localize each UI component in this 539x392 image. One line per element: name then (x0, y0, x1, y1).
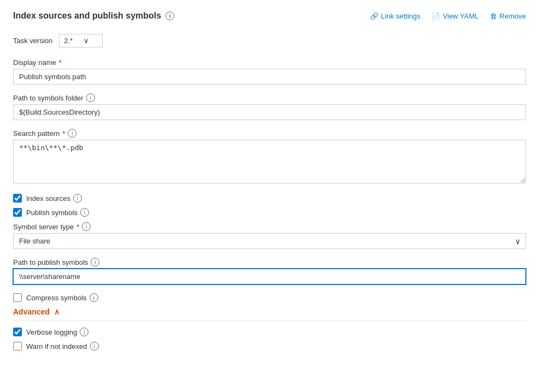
symbol-server-type-info-icon[interactable]: i (82, 222, 91, 231)
symbol-server-type-required: * (76, 223, 79, 231)
advanced-section: Advanced ∧ Verbose logging i Warn if not… (13, 307, 526, 351)
compress-symbols-label[interactable]: Compress symbols i (26, 293, 98, 302)
warn-not-indexed-info-icon[interactable]: i (90, 342, 99, 351)
path-symbols-folder-label: Path to symbols folder i (13, 93, 526, 102)
trash-icon: 🗑 (490, 12, 497, 20)
advanced-label: Advanced (13, 307, 50, 316)
publish-symbols-checkbox[interactable] (13, 208, 22, 217)
symbol-server-type-label: Symbol server type * i (13, 222, 526, 231)
verbose-logging-row: Verbose logging i (13, 328, 526, 336)
page-title-group: Index sources and publish symbols i (13, 11, 174, 21)
path-symbols-folder-input[interactable] (13, 104, 526, 120)
view-yaml-button[interactable]: 📄 View YAML (431, 12, 479, 20)
index-sources-row: Index sources i (13, 194, 526, 203)
page-title: Index sources and publish symbols (13, 11, 161, 21)
index-sources-info-icon[interactable]: i (73, 194, 82, 203)
yaml-icon: 📄 (431, 12, 440, 20)
symbol-server-type-wrapper: File share Azure Artifacts ∨ (13, 233, 526, 249)
search-pattern-input[interactable]: **\bin\**\*.pdb (13, 140, 526, 183)
title-info-icon[interactable]: i (165, 11, 174, 20)
header-actions: 🔗 Link settings 📄 View YAML 🗑 Remove (370, 12, 526, 20)
symbol-server-type-field: Symbol server type * i File share Azure … (13, 222, 526, 249)
search-pattern-label: Search pattern * i (13, 129, 526, 138)
compress-symbols-info-icon[interactable]: i (90, 293, 98, 302)
search-pattern-info-icon[interactable]: i (68, 129, 76, 138)
remove-button[interactable]: 🗑 Remove (490, 12, 526, 20)
task-version-label: Task version (13, 37, 52, 45)
chevron-down-icon: ∨ (84, 37, 89, 45)
verbose-logging-info-icon[interactable]: i (80, 328, 88, 336)
search-pattern-field: Search pattern * i **\bin\**\*.pdb (13, 129, 526, 185)
warn-not-indexed-row: Warn if not indexed i (13, 342, 526, 351)
path-publish-symbols-field: Path to publish symbols i (13, 258, 526, 284)
index-sources-label[interactable]: Index sources i (26, 194, 82, 203)
verbose-logging-checkbox[interactable] (13, 328, 22, 336)
path-publish-symbols-input[interactable] (13, 269, 526, 284)
path-symbols-info-icon[interactable]: i (86, 93, 95, 102)
publish-symbols-label[interactable]: Publish symbols i (26, 208, 89, 217)
link-settings-button[interactable]: 🔗 Link settings (370, 12, 420, 20)
warn-not-indexed-checkbox[interactable] (13, 342, 22, 351)
chevron-up-icon: ∧ (54, 307, 60, 316)
path-symbols-folder-field: Path to symbols folder i (13, 93, 526, 120)
compress-symbols-row: Compress symbols i (13, 293, 526, 302)
warn-not-indexed-label[interactable]: Warn if not indexed i (26, 342, 99, 351)
task-version-row: Task version 2.* ∨ (13, 34, 526, 47)
index-sources-checkbox[interactable] (13, 194, 22, 203)
advanced-toggle[interactable]: Advanced ∧ (13, 307, 526, 321)
publish-symbols-info-icon[interactable]: i (80, 208, 89, 217)
display-name-required: * (59, 58, 62, 67)
path-publish-symbols-label: Path to publish symbols i (13, 258, 526, 266)
verbose-logging-label[interactable]: Verbose logging i (26, 328, 88, 336)
publish-symbols-row: Publish symbols i (13, 208, 526, 217)
task-version-value: 2.* (64, 37, 73, 45)
link-icon: 🔗 (370, 12, 378, 20)
compress-symbols-checkbox[interactable] (13, 293, 22, 302)
display-name-label: Display name * (13, 58, 526, 67)
page-header: Index sources and publish symbols i 🔗 Li… (13, 11, 526, 21)
search-pattern-required: * (62, 129, 65, 138)
display-name-input[interactable] (13, 69, 526, 85)
display-name-field: Display name * (13, 58, 526, 85)
symbol-server-type-select[interactable]: File share Azure Artifacts (13, 233, 526, 249)
task-version-select[interactable]: 2.* ∨ (59, 34, 103, 47)
path-publish-symbols-info-icon[interactable]: i (91, 258, 99, 266)
